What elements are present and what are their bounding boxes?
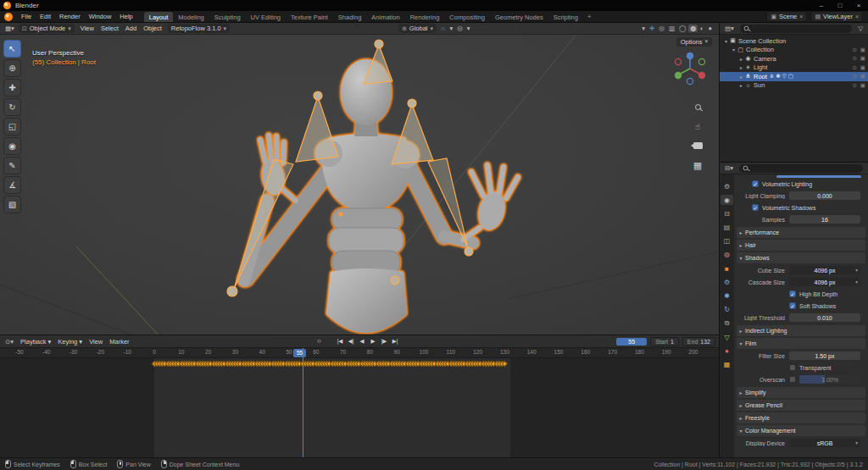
timeline-menu-marker[interactable]: Marker: [106, 337, 132, 346]
tab-texture[interactable]: ▦: [721, 359, 733, 369]
menu-window[interactable]: Window: [85, 12, 116, 21]
viewport-menu-view[interactable]: View: [77, 24, 97, 33]
expand-arrow-icon[interactable]: ▾: [731, 47, 737, 53]
properties-scrollbar[interactable]: [776, 175, 861, 178]
tab-material[interactable]: ●: [721, 346, 733, 356]
move-tool[interactable]: ✚: [3, 79, 21, 97]
current-frame-indicator[interactable]: 55: [293, 349, 306, 357]
show-overlays-icon[interactable]: ◎: [657, 25, 666, 32]
workspace-tab-geometry-nodes[interactable]: Geometry Nodes: [490, 12, 548, 22]
expand-arrow-icon[interactable]: ▾: [723, 38, 729, 44]
timeline-ruler[interactable]: -50-40-30-20-100102030405060708090100110…: [0, 348, 719, 358]
transparent-checkbox[interactable]: [789, 364, 796, 371]
scene-selector[interactable]: ▣ Scene ×: [766, 11, 807, 22]
hide-eye-icon[interactable]: ⊙: [852, 55, 856, 62]
tab-object-data[interactable]: ▽: [721, 332, 733, 342]
outliner-scene-collection[interactable]: ▾▣Scene Collection: [720, 36, 868, 46]
overscan-field-checkbox[interactable]: [789, 376, 796, 383]
overscan-field-slider[interactable]: 3.00%: [799, 375, 860, 384]
hide-eye-icon[interactable]: ⊙: [852, 64, 856, 71]
measure-tool[interactable]: ∡: [3, 176, 21, 194]
pan-hand-icon[interactable]: ☝: [692, 120, 704, 132]
workspace-tab-uv-editing[interactable]: UV Editing: [246, 12, 286, 22]
outliner-root[interactable]: ▸⋔Root⋔✱▽▢⊙▣: [720, 72, 868, 81]
workspace-tab-sculpting[interactable]: Sculpting: [209, 12, 246, 22]
light-threshold-field-value[interactable]: 0.010: [789, 313, 860, 322]
expand-arrow-icon[interactable]: ▸: [738, 56, 744, 62]
annotate-tool[interactable]: ✎: [3, 157, 21, 174]
workspace-tab-shading[interactable]: Shading: [333, 12, 367, 22]
transform-tool[interactable]: ◉: [3, 137, 21, 155]
tab-world[interactable]: ◍: [721, 250, 733, 260]
volumetric-shadows-checkbox[interactable]: ✓: [752, 204, 759, 211]
panel-grease-pencil[interactable]: ▸Grease Pencil: [737, 400, 865, 411]
timeline-menu-keying[interactable]: Keying ▾: [54, 337, 86, 346]
display-device-dropdown-value[interactable]: sRGB▾: [789, 439, 860, 447]
outliner-light[interactable]: ▸☀Light⊙▣: [720, 64, 868, 73]
editor-type-icon[interactable]: ⊟▾: [723, 164, 735, 172]
viewport-menu-add[interactable]: Add: [122, 24, 140, 33]
toggle-xray-icon[interactable]: ▥: [667, 25, 676, 32]
play-button[interactable]: ▶: [368, 336, 378, 346]
cube-size-dropdown-value[interactable]: 4096 px▾: [789, 266, 860, 274]
viewport-proportional-dropdown-icon[interactable]: ▾: [465, 25, 472, 32]
disable-render-camera-icon[interactable]: ▣: [860, 47, 865, 53]
tab-tool[interactable]: ⚙: [721, 181, 733, 191]
minimize-button[interactable]: –: [812, 2, 831, 9]
disable-render-camera-icon[interactable]: ▣: [860, 73, 865, 80]
menu-help[interactable]: Help: [115, 12, 136, 21]
jump-to-start-button[interactable]: |◀: [335, 336, 345, 346]
view-layer-unlink-icon[interactable]: ×: [855, 14, 859, 19]
tab-constraints[interactable]: ⧉: [721, 318, 733, 329]
transform-orientation-dropdown[interactable]: ⊕ Global ▾: [398, 24, 437, 33]
menu-render[interactable]: Render: [55, 12, 85, 21]
menu-edit[interactable]: Edit: [36, 12, 55, 21]
tab-modifiers[interactable]: ⚙: [721, 277, 733, 287]
play-reverse-button[interactable]: ◀: [357, 336, 367, 346]
tab-physics[interactable]: ↻: [721, 305, 733, 315]
previous-keyframe-button[interactable]: ◀|: [346, 336, 356, 346]
object-type-visibility-icon[interactable]: ▾: [640, 25, 647, 32]
workspace-tab-scripting[interactable]: Scripting: [548, 12, 583, 22]
hide-eye-icon[interactable]: ⊙: [852, 73, 856, 80]
panel-freestyle[interactable]: ▸Freestyle: [737, 412, 865, 423]
filter-size-field-value[interactable]: 1.50 px: [789, 351, 860, 360]
disable-render-camera-icon[interactable]: ▣: [860, 64, 865, 71]
workspace-tab-compositing[interactable]: Compositing: [444, 12, 490, 22]
timeline-menu-view[interactable]: View: [86, 337, 106, 346]
soft-shadows-checkbox[interactable]: ✓: [789, 302, 796, 309]
workspace-tab-modeling[interactable]: Modeling: [173, 12, 209, 22]
blender-menu-icon[interactable]: [4, 13, 13, 21]
panel-color-management[interactable]: ▾Color Management: [737, 425, 865, 436]
frame-end-field[interactable]: End 132: [682, 337, 715, 346]
add-cube-tool[interactable]: ▧: [3, 196, 21, 213]
menu-file[interactable]: File: [17, 12, 36, 21]
expand-arrow-icon[interactable]: ▸: [738, 74, 744, 80]
cursor-tool[interactable]: ⊕: [3, 59, 21, 77]
close-button[interactable]: ×: [849, 2, 868, 9]
expand-arrow-icon[interactable]: ▸: [738, 82, 744, 88]
viewport-canvas[interactable]: ↖⊕✚↻◱◉✎∡▧ User Perspective (55) Collecti…: [0, 35, 719, 335]
panel-shadows[interactable]: ▾Shadows: [737, 252, 865, 263]
scale-tool[interactable]: ◱: [3, 118, 21, 135]
tab-object[interactable]: ■: [721, 263, 733, 274]
workspace-tab-rendering[interactable]: Rendering: [405, 12, 445, 22]
tab-output[interactable]: ⊟: [721, 208, 733, 218]
shading-wireframe-icon[interactable]: ◯: [677, 25, 687, 32]
volumetric-lighting-checkbox[interactable]: ✓: [752, 180, 759, 187]
disable-render-camera-icon[interactable]: ▣: [860, 82, 865, 89]
properties-search-input[interactable]: [739, 164, 863, 173]
viewport-snap-toggle-icon[interactable]: ∩: [439, 25, 447, 32]
outliner-search-input[interactable]: [740, 25, 852, 33]
timeline-menu-playback[interactable]: Playback ▾: [17, 337, 54, 346]
workspace-tab-layout[interactable]: Layout: [144, 12, 174, 22]
panel-indirect-lighting[interactable]: ▸Indirect Lighting: [737, 325, 865, 336]
outliner-camera[interactable]: ▸◉Camera⊙▣: [720, 54, 868, 64]
shading-material-icon[interactable]: ◐: [698, 25, 706, 32]
rotate-tool[interactable]: ↻: [3, 98, 21, 116]
next-keyframe-button[interactable]: |▶: [379, 336, 389, 346]
viewport-menu-object[interactable]: Object: [140, 24, 165, 33]
tab-scene[interactable]: ◫: [721, 236, 733, 246]
viewport-snap-dropdown-icon[interactable]: ▾: [448, 25, 454, 32]
auto-keying-toggle[interactable]: ○: [317, 337, 321, 345]
